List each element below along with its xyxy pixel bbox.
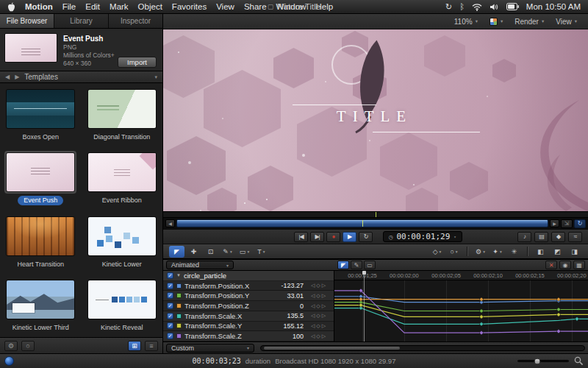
zoom-slider-thumb[interactable] <box>534 358 540 364</box>
checkbox[interactable]: ✓ <box>167 292 173 299</box>
checkbox[interactable]: ✓ <box>167 302 173 309</box>
parameter-row[interactable]: ✓ Transform.Scale.Y 155.12 ◁◇▷ <box>163 322 334 332</box>
magnifier-icon[interactable] <box>574 356 584 366</box>
add-behavior-button[interactable]: ⚙▾ <box>473 246 488 258</box>
snapshots-button[interactable]: ◉ <box>559 261 571 269</box>
back-button[interactable]: ◀ <box>5 74 10 80</box>
text-tool[interactable]: T▾ <box>254 246 269 258</box>
template-item[interactable]: Kinetic Lower Third <box>0 274 82 337</box>
add-filter-button[interactable]: ✦▾ <box>490 246 505 258</box>
parameter-row[interactable]: ✓ Transform.Position.X -123.27 ◁◇▷ <box>163 281 334 291</box>
next-keyframe-button[interactable]: ▷ <box>322 293 326 299</box>
checkbox[interactable]: ✓ <box>167 333 173 339</box>
template-item[interactable]: Diagonal Transition <box>82 83 163 146</box>
toggle-right-pane-button[interactable]: ◨ <box>567 246 582 258</box>
add-keyframe-button[interactable]: ◇ <box>316 323 320 329</box>
next-keyframe-button[interactable]: ▷ <box>322 313 326 319</box>
select-transform-tool[interactable]: ◤ <box>169 246 184 258</box>
template-item[interactable]: Event Ribbon <box>82 146 163 210</box>
menu-bar-clock[interactable]: Mon 10:50 AM <box>526 2 581 11</box>
record-button[interactable]: ● <box>326 232 340 242</box>
tab-library[interactable]: Library <box>54 14 109 28</box>
list-view-button[interactable]: ≡ <box>145 341 158 351</box>
show-audio-button[interactable]: ♪ <box>517 232 531 242</box>
mini-timeline-clip-bar[interactable] <box>176 219 548 227</box>
animation-curves[interactable] <box>334 280 588 342</box>
show-audio-editor-button[interactable]: ≈ <box>568 232 582 242</box>
fit-timeline-button[interactable]: ⇲ <box>561 219 573 228</box>
menu-view[interactable]: View <box>216 2 234 11</box>
prev-keyframe-button[interactable]: ◁ <box>311 283 315 289</box>
add-keyframe-button[interactable]: ◇ <box>316 333 320 339</box>
curve-filter-popup[interactable]: Animated▾ <box>166 261 234 269</box>
go-to-end-button[interactable]: ▶| <box>310 232 324 242</box>
show-timeline-button[interactable]: ▤ <box>534 232 548 242</box>
render-popup[interactable]: Render▾ <box>509 16 549 27</box>
zoom-slider[interactable] <box>517 360 569 362</box>
parameter-value[interactable]: 155.12 <box>273 322 304 330</box>
forward-button[interactable]: ▶ <box>15 74 19 80</box>
menu-mark[interactable]: Mark <box>110 2 129 11</box>
view-popup[interactable]: View▾ <box>551 16 582 27</box>
next-keyframe-button[interactable]: ▷ <box>322 323 326 329</box>
volume-icon[interactable] <box>490 3 499 11</box>
prev-keyframe-button[interactable]: ◁ <box>311 313 315 319</box>
mini-ruler-playhead[interactable] <box>376 212 376 217</box>
go-to-start-button[interactable]: |◀ <box>294 232 308 242</box>
curve-set-popup[interactable]: Custom▾ <box>166 344 254 353</box>
parameter-row[interactable]: ✓ Transform.Scale.X 135.5 ◁◇▷ <box>163 311 334 322</box>
add-keyframe-button[interactable]: ◇ <box>316 283 320 289</box>
preview-scale-button[interactable]: ○ <box>21 341 35 351</box>
template-item[interactable]: Kinetic Lower <box>82 210 163 274</box>
wifi-icon[interactable] <box>472 3 482 11</box>
parameter-value[interactable]: 33.01 <box>273 292 304 300</box>
template-item-selected[interactable]: Event Push <box>0 146 82 210</box>
prev-keyframe-button[interactable]: ◁ <box>311 323 315 329</box>
add-keyframe-button[interactable]: ◇ <box>316 303 320 309</box>
timeline-scroll-right-button[interactable]: ▶ <box>550 219 559 227</box>
canvas-viewport[interactable]: TITLE <box>163 29 588 211</box>
menu-share[interactable]: Share <box>244 2 267 11</box>
shape-tool[interactable]: ▭▾ <box>237 246 252 258</box>
action-menu-button[interactable]: ⚙ <box>4 341 18 351</box>
next-keyframe-button[interactable]: ▷ <box>322 333 326 339</box>
box-select-tool[interactable]: ▭ <box>364 261 376 269</box>
parameter-group-row[interactable]: ✓ ▼ circle_particle <box>163 271 334 281</box>
show-keyframe-editor-button[interactable]: ◆ <box>551 232 565 242</box>
circle-mask-tool[interactable]: ○▾ <box>446 246 462 258</box>
artwork-title-text[interactable]: TITLE <box>330 107 412 126</box>
toggle-left-pane-button[interactable]: ◧ <box>533 246 548 258</box>
timeline-scroll-left-button[interactable]: ◀ <box>165 219 175 227</box>
menu-favorites[interactable]: Favorites <box>172 2 207 11</box>
make-particles-button[interactable]: ✳ <box>506 246 522 258</box>
menu-object[interactable]: Object <box>138 2 162 11</box>
checkbox[interactable]: ✓ <box>167 272 173 279</box>
next-keyframe-button[interactable]: ▷ <box>322 283 326 289</box>
prev-keyframe-button[interactable]: ◁ <box>311 333 315 339</box>
parameter-value[interactable]: 0 <box>273 302 304 310</box>
checkbox[interactable]: ✓ <box>167 313 173 319</box>
template-item[interactable]: Kinetic Reveal <box>82 274 163 337</box>
parameter-value[interactable]: -123.27 <box>273 282 304 289</box>
menu-file[interactable]: File <box>62 2 76 11</box>
rectangle-mask-tool[interactable]: ◇▾ <box>429 246 445 258</box>
graph-playhead[interactable] <box>364 271 365 342</box>
icon-view-button[interactable]: ⊞ <box>128 341 141 351</box>
parameter-value[interactable]: 135.5 <box>273 312 304 319</box>
checkbox[interactable]: ✓ <box>167 322 173 329</box>
crop-tool[interactable]: ⊡ <box>203 246 218 258</box>
paint-stroke-tool[interactable]: ✎▾ <box>220 246 235 258</box>
disclosure-triangle-icon[interactable]: ▼ <box>176 273 181 277</box>
battery-icon[interactable] <box>506 3 519 10</box>
menu-motion[interactable]: Motion <box>25 2 53 11</box>
next-keyframe-button[interactable]: ▷ <box>322 303 326 309</box>
tab-file-browser[interactable]: File Browser <box>0 14 54 28</box>
bluetooth-icon[interactable]: ᛒ <box>459 2 465 11</box>
checkbox[interactable]: ✓ <box>167 283 173 289</box>
fit-curves-button[interactable]: ▦ <box>573 261 585 269</box>
parameter-value[interactable]: 100 <box>273 333 304 340</box>
template-item[interactable]: Boxes Open <box>0 83 82 146</box>
location-popup[interactable]: Templates <box>24 73 58 81</box>
curve-plot[interactable] <box>334 280 588 342</box>
parameter-row[interactable]: ✓ Transform.Position.Z 0 ◁◇▷ <box>163 301 334 311</box>
